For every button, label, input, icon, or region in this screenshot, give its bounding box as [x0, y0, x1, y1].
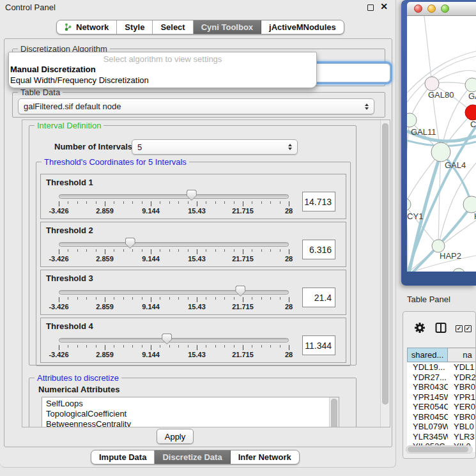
dropdown-option-equal-width[interactable]: Equal Width/Frequency Discretization: [9, 75, 316, 86]
table-cell[interactable]: YPR1: [448, 392, 476, 403]
gear-icon[interactable]: [413, 321, 426, 336]
dropdown-option-manual[interactable]: Manual Discretization: [9, 64, 316, 75]
table-horizontal-scrollbar[interactable]: [406, 445, 473, 454]
group-title: Threshold's Coordinates for 5 Intervals: [42, 157, 189, 167]
threshold-box: Threshold 4 -3.4262.8599.14415.4321.7152…: [40, 318, 346, 363]
float-window-icon[interactable]: [367, 4, 374, 11]
column-header-shared-name[interactable]: shared...: [407, 348, 448, 362]
scrollbar-thumb[interactable]: [382, 123, 388, 404]
tab-label: Style: [125, 22, 144, 32]
slider-track[interactable]: [59, 290, 289, 295]
network-node[interactable]: [407, 198, 411, 211]
slider-track[interactable]: [59, 194, 289, 199]
thresholds-group: Threshold's Coordinates for 5 Intervals …: [36, 162, 351, 366]
control-panel-titlebar: Control Panel ✕: [0, 0, 395, 15]
zoom-traffic-light[interactable]: [441, 4, 449, 13]
table-row[interactable]: YDR27...YDR2: [407, 372, 476, 383]
network-node[interactable]: [432, 240, 445, 252]
threshold-value-field[interactable]: 21.4: [302, 288, 335, 307]
table-cell[interactable]: YDR27...: [407, 372, 448, 383]
network-node[interactable]: [425, 77, 439, 91]
network-canvas[interactable]: GAL80GACGAL11GAL4GCY1HHAP2: [407, 16, 476, 272]
table-data-combo[interactable]: galFiltered.sif default node: [18, 98, 374, 114]
slider-ticks: [59, 345, 289, 351]
network-window-titlebar[interactable]: [407, 2, 476, 16]
tab-select[interactable]: Select: [153, 20, 193, 34]
table-row[interactable]: YER054CYER0: [407, 402, 476, 412]
close-traffic-light[interactable]: [414, 4, 422, 13]
network-node[interactable]: [463, 196, 476, 213]
table-cell[interactable]: YER054C: [407, 402, 448, 412]
table-cell[interactable]: YLR3: [448, 432, 476, 442]
tab-cyni-toolbox[interactable]: Cyni Toolbox: [194, 20, 261, 34]
tab-infer-network[interactable]: Infer Network: [231, 450, 299, 464]
slider-thumb[interactable]: [187, 190, 197, 201]
column-header-name[interactable]: na: [448, 348, 476, 362]
table-row[interactable]: YPR145WYPR1: [407, 392, 476, 403]
tab-network[interactable]: Network: [57, 20, 117, 34]
minimize-traffic-light[interactable]: [427, 4, 436, 13]
tab-style[interactable]: Style: [117, 20, 153, 34]
scale-label: 2.859: [96, 207, 114, 215]
threshold-slider: -3.4262.8599.14415.4321.71528: [59, 174, 289, 220]
table-cell[interactable]: YDL19...: [407, 362, 448, 372]
select-columns-icon[interactable]: ✓ ✓: [456, 325, 472, 332]
settings-scrollbar[interactable]: [380, 120, 390, 427]
list-scrollbar[interactable]: [329, 397, 339, 427]
table-row[interactable]: YBL079WYBL0: [407, 422, 476, 432]
table-row[interactable]: YBR045CYBR0: [407, 412, 476, 422]
table-cell[interactable]: YBR045C: [407, 412, 448, 422]
table-row[interactable]: YBR043CYBR0: [407, 382, 476, 392]
scale-label: -3.426: [49, 255, 68, 263]
threshold-value-field[interactable]: 6.316: [302, 240, 335, 259]
network-node-label: GAL11: [411, 127, 436, 137]
tab-jactivemnodules[interactable]: jActiveMNodules: [261, 20, 344, 34]
stepper-icon: [361, 104, 369, 110]
scale-label: 15.43: [188, 351, 206, 358]
slider-ticks: [59, 249, 289, 255]
tab-impute-data[interactable]: Impute Data: [91, 450, 155, 464]
table-cell[interactable]: YBR0: [448, 412, 476, 422]
control-panel-window: Control Panel ✕ Network Style Select Cyn…: [0, 0, 396, 468]
scrollbar-thumb[interactable]: [331, 399, 337, 427]
tab-label: Impute Data: [99, 452, 146, 462]
list-item[interactable]: BetweennessCentrality: [46, 419, 339, 427]
network-node[interactable]: [452, 268, 465, 272]
tab-label: Select: [160, 22, 185, 32]
table-cell[interactable]: YER0: [448, 402, 476, 412]
table-row[interactable]: YLR345WYLR3: [407, 432, 476, 442]
slider-thumb[interactable]: [235, 286, 245, 296]
scale-label: 9.144: [142, 303, 160, 311]
slider-thumb[interactable]: [125, 238, 135, 249]
table-cell[interactable]: YBR043C: [407, 382, 448, 392]
slider-track[interactable]: [59, 242, 289, 247]
close-icon[interactable]: ✕: [380, 1, 388, 12]
apply-button[interactable]: Apply: [157, 429, 194, 444]
list-item[interactable]: SelfLoops: [46, 399, 339, 409]
network-node-label: GA: [468, 91, 476, 101]
network-node[interactable]: [465, 78, 476, 92]
list-item[interactable]: TopologicalCoefficient: [46, 409, 339, 419]
network-node[interactable]: [431, 142, 450, 162]
threshold-value-field[interactable]: 14.713: [302, 192, 335, 211]
network-node[interactable]: [407, 113, 417, 127]
table-cell[interactable]: YLR345W: [407, 432, 448, 442]
table-data-group: Table Data galFiltered.sif default node: [12, 92, 385, 118]
table-cell[interactable]: YPR145W: [407, 392, 448, 403]
slider-track[interactable]: [59, 338, 289, 342]
table-cell[interactable]: YBR0: [448, 382, 476, 392]
network-view-window[interactable]: GAL80GACGAL11GAL4GCY1HHAP2: [401, 0, 476, 286]
tab-discretize-data[interactable]: Discretize Data: [155, 450, 230, 464]
scrollbar-thumb[interactable]: [408, 447, 468, 452]
threshold-value-field[interactable]: 11.344: [302, 335, 335, 355]
scale-label: 28: [285, 303, 293, 311]
table-cell[interactable]: YBL079W: [407, 422, 448, 432]
numerical-attributes-list[interactable]: SelfLoopsTopologicalCoefficientBetweenne…: [42, 397, 339, 427]
slider-thumb[interactable]: [162, 334, 172, 344]
table-row[interactable]: YDL19...YDL1: [407, 362, 476, 372]
split-columns-icon[interactable]: [435, 322, 447, 335]
number-of-intervals-combo[interactable]: 5: [132, 139, 298, 155]
table-cell[interactable]: YBL0: [448, 422, 476, 432]
table-cell[interactable]: YDL1: [448, 362, 476, 372]
table-cell[interactable]: YDR2: [448, 372, 476, 383]
